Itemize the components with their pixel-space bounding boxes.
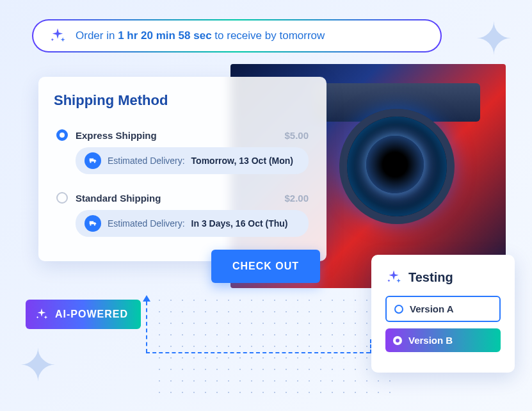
- estimate-value: In 3 Days, 16 Oct (Thu): [191, 218, 288, 229]
- sparkle-icon: [385, 269, 402, 286]
- shipping-name: Express Shipping: [76, 130, 277, 141]
- shipping-title: Shipping Method: [54, 92, 311, 109]
- countdown-text: Order in 1 hr 20 min 58 sec to receive b…: [76, 29, 325, 42]
- shipping-price: $2.00: [284, 193, 309, 204]
- arrow-up-icon: [143, 295, 150, 302]
- version-label: Version A: [410, 303, 454, 314]
- countdown-banner: Order in 1 hr 20 min 58 sec to receive b…: [32, 19, 442, 52]
- version-label: Version B: [408, 335, 453, 346]
- shipping-option-express: Express Shipping $5.00 Estimated Deliver…: [54, 120, 311, 183]
- sparkle-icon: [49, 27, 67, 45]
- shipping-option-standard: Standard Shipping $2.00 Estimated Delive…: [54, 183, 311, 246]
- estimate-label: Estimated Delivery:: [108, 156, 185, 166]
- radio-icon[interactable]: [56, 129, 68, 141]
- sparkle-icon: [35, 307, 49, 321]
- shipping-option-row[interactable]: Standard Shipping $2.00: [56, 192, 309, 204]
- sparkle-decor-icon: ✦: [475, 13, 513, 65]
- testing-card: Testing Version A Version B: [371, 255, 515, 373]
- checkout-button[interactable]: CHECK OUT: [211, 250, 320, 283]
- truck-icon: [85, 152, 101, 169]
- radio-icon[interactable]: [56, 192, 68, 204]
- testing-header: Testing: [385, 269, 501, 286]
- estimate-badge: Estimated Delivery: Tomorrow, 13 Oct (Mo…: [76, 147, 309, 174]
- connector-line: [146, 352, 370, 353]
- version-option-b[interactable]: Version B: [385, 328, 501, 352]
- dots-pattern: [154, 294, 397, 397]
- shipping-method-card: Shipping Method Express Shipping $5.00 E…: [38, 77, 326, 261]
- ai-powered-badge: AI-POWERED: [26, 300, 141, 329]
- estimate-badge: Estimated Delivery: In 3 Days, 16 Oct (T…: [76, 210, 309, 237]
- sparkle-decor-icon: ✦: [19, 339, 57, 392]
- connector-line: [146, 302, 147, 353]
- shipping-name: Standard Shipping: [76, 193, 277, 204]
- shipping-option-row[interactable]: Express Shipping $5.00: [56, 129, 309, 141]
- estimate-value: Tomorrow, 13 Oct (Mon): [191, 156, 293, 166]
- version-option-a[interactable]: Version A: [385, 296, 501, 322]
- truck-icon: [85, 215, 101, 232]
- shipping-price: $5.00: [284, 130, 309, 141]
- estimate-label: Estimated Delivery:: [108, 218, 185, 229]
- ai-badge-label: AI-POWERED: [55, 309, 128, 320]
- radio-icon: [393, 336, 402, 345]
- testing-title: Testing: [408, 270, 453, 285]
- radio-icon: [394, 305, 403, 314]
